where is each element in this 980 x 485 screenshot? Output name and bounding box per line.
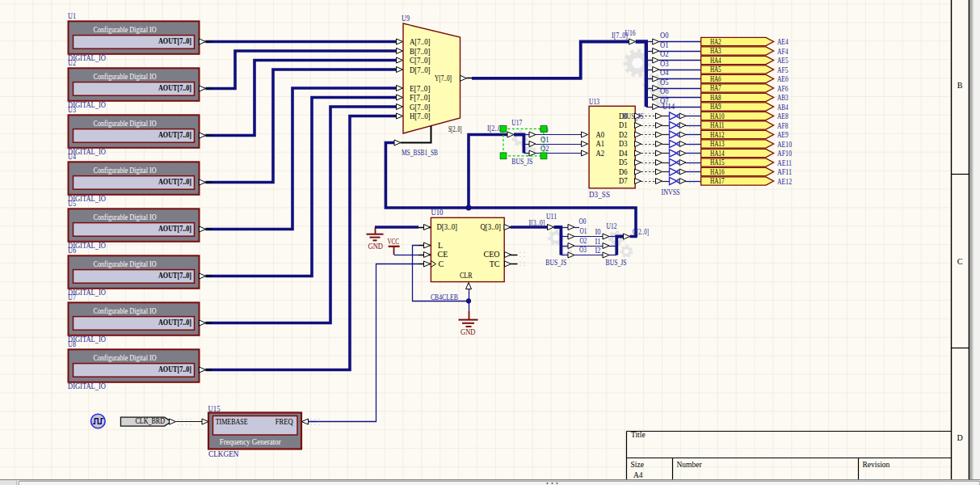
svg-text:VCC: VCC <box>388 237 400 246</box>
svg-text:CLK_BRD: CLK_BRD <box>136 417 166 425</box>
svg-text:HA9: HA9 <box>710 103 721 111</box>
svg-text:AE10: AE10 <box>777 141 792 149</box>
svg-text:INVSS: INVSS <box>662 188 680 196</box>
svg-text:U1: U1 <box>68 11 76 20</box>
svg-text:U6: U6 <box>68 246 76 255</box>
svg-text:D5: D5 <box>619 158 628 167</box>
svg-text:D1: D1 <box>619 120 628 129</box>
svg-text:AOUT[7..0]: AOUT[7..0] <box>158 130 191 139</box>
svg-text:DIGITAL_IO: DIGITAL_IO <box>68 382 106 390</box>
svg-text:HA16: HA16 <box>710 168 725 176</box>
svg-text:Configurable Digital IO: Configurable Digital IO <box>94 120 157 128</box>
svg-text:U5: U5 <box>68 199 76 208</box>
svg-text:F[7..0]: F[7..0] <box>410 93 431 102</box>
svg-text:HA12: HA12 <box>710 131 725 139</box>
svg-text:O0: O0 <box>660 31 669 40</box>
svg-text:G[7..0]: G[7..0] <box>410 103 431 112</box>
svg-text:D7: D7 <box>619 176 628 185</box>
svg-text:AE4: AE4 <box>777 38 789 46</box>
svg-text:HA3: HA3 <box>710 47 721 55</box>
svg-text:HA8: HA8 <box>710 94 721 102</box>
svg-text:Configurable Digital IO: Configurable Digital IO <box>94 260 157 268</box>
svg-text:AB4: AB4 <box>777 103 789 112</box>
svg-text:Y[7..0]: Y[7..0] <box>435 74 452 82</box>
svg-text:CLKGEN: CLKGEN <box>208 449 239 458</box>
svg-text:I2: I2 <box>595 246 601 255</box>
svg-text:BUS_JS: BUS_JS <box>623 112 644 120</box>
svg-text:O1: O1 <box>540 135 549 144</box>
svg-text:Frequency Generator: Frequency Generator <box>220 438 282 446</box>
svg-text:A0: A0 <box>596 130 605 139</box>
svg-text:H[7..0]: H[7..0] <box>410 112 431 120</box>
svg-text:O4: O4 <box>660 68 669 77</box>
svg-text:O2: O2 <box>580 236 587 245</box>
svg-text:O1: O1 <box>660 40 669 49</box>
svg-text:TIMEBASE: TIMEBASE <box>216 418 248 426</box>
svg-text:HA5: HA5 <box>710 65 721 74</box>
svg-text:AE9: AE9 <box>777 131 789 139</box>
svg-text:AE12: AE12 <box>777 178 792 186</box>
svg-text:I[3..0]: I[3..0] <box>529 218 545 227</box>
svg-text:U14: U14 <box>662 102 675 111</box>
svg-text:O3: O3 <box>660 59 669 68</box>
svg-text:I0: I0 <box>595 227 601 236</box>
svg-text:AOUT[7..0]: AOUT[7..0] <box>158 36 191 45</box>
svg-text:HA7: HA7 <box>710 84 721 92</box>
svg-text:O2: O2 <box>540 144 549 153</box>
svg-text:U17: U17 <box>511 118 522 127</box>
svg-text:BUS_JS: BUS_JS <box>545 258 566 267</box>
svg-text:HA10: HA10 <box>710 112 725 120</box>
svg-text:Configurable Digital IO: Configurable Digital IO <box>94 167 157 175</box>
svg-text:BUS_JS: BUS_JS <box>511 157 532 166</box>
svg-text:AOUT[7..0]: AOUT[7..0] <box>158 318 191 327</box>
svg-text:O0: O0 <box>579 217 587 226</box>
svg-text:I[7..0]: I[7..0] <box>612 31 628 40</box>
svg-text:AF11: AF11 <box>777 168 792 176</box>
svg-text:HA17: HA17 <box>710 177 725 185</box>
svg-text:HA2: HA2 <box>710 38 721 46</box>
svg-text:D: D <box>957 433 962 442</box>
svg-text:HA4: HA4 <box>710 57 721 65</box>
svg-text:Configurable Digital IO: Configurable Digital IO <box>94 26 157 34</box>
svg-text:U11: U11 <box>546 212 557 221</box>
svg-text:C: C <box>439 259 444 268</box>
svg-text:AF5: AF5 <box>777 66 789 74</box>
svg-text:D[3..0]: D[3..0] <box>437 222 458 231</box>
svg-text:BUS_JS: BUS_JS <box>606 258 627 267</box>
svg-text:U7: U7 <box>68 293 76 302</box>
svg-text:D3: D3 <box>619 139 628 148</box>
svg-text:AOUT[7..0]: AOUT[7..0] <box>158 271 191 280</box>
svg-text:B[7..0]: B[7..0] <box>410 47 431 56</box>
svg-text:O6: O6 <box>660 86 669 95</box>
svg-text:AOUT[7..0]: AOUT[7..0] <box>158 83 191 92</box>
svg-text:O1: O1 <box>580 226 587 235</box>
svg-text:Title: Title <box>631 431 646 439</box>
svg-text:U9: U9 <box>402 14 410 23</box>
svg-text:AF8: AF8 <box>777 122 789 130</box>
svg-text:C[7..0]: C[7..0] <box>410 56 431 65</box>
svg-text:A1: A1 <box>596 139 605 148</box>
svg-text:U4: U4 <box>68 152 76 161</box>
svg-text:CB4CLEB: CB4CLEB <box>431 293 458 302</box>
svg-text:U15: U15 <box>208 404 221 413</box>
svg-text:U13: U13 <box>589 97 599 106</box>
svg-text:HA13: HA13 <box>710 140 725 148</box>
svg-text:TC: TC <box>490 259 500 268</box>
svg-text:HA14: HA14 <box>710 150 725 158</box>
svg-text:D4: D4 <box>619 149 628 158</box>
svg-text:B: B <box>957 81 963 90</box>
svg-text:Revision: Revision <box>863 461 890 469</box>
svg-text:AE11: AE11 <box>777 159 792 167</box>
svg-text:C: C <box>957 257 963 266</box>
svg-text:Configurable Digital IO: Configurable Digital IO <box>94 213 157 221</box>
svg-text:D[7..0]: D[7..0] <box>410 65 431 74</box>
svg-text:FREQ: FREQ <box>275 418 293 426</box>
svg-text:I1: I1 <box>595 237 601 246</box>
svg-text:U12: U12 <box>607 221 617 230</box>
svg-text:AB3: AB3 <box>777 94 789 102</box>
svg-text:O3: O3 <box>579 245 587 254</box>
svg-text:S[2..0]: S[2..0] <box>448 125 462 133</box>
svg-text:HA11: HA11 <box>710 121 725 129</box>
svg-text:MS_BSB1_SB: MS_BSB1_SB <box>402 148 438 157</box>
svg-text:U8: U8 <box>68 340 76 348</box>
